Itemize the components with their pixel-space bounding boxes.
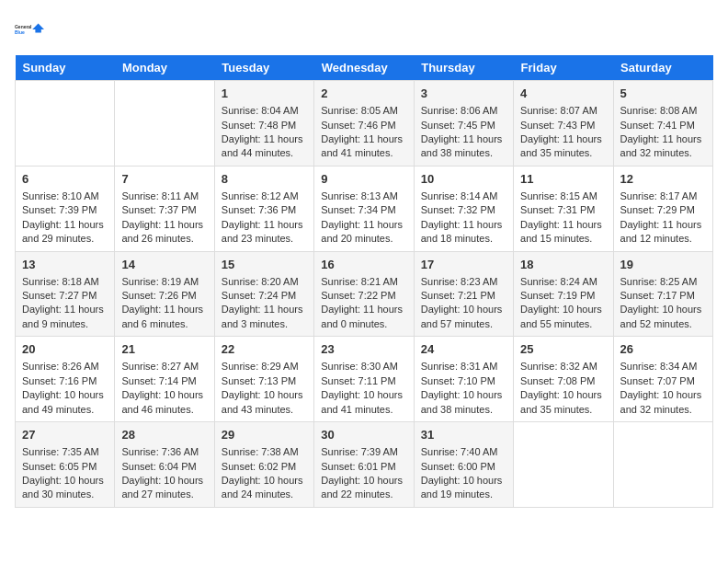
- week-row-4: 20Sunrise: 8:26 AMSunset: 7:16 PMDayligh…: [16, 337, 713, 422]
- sunset-text: Sunset: 6:01 PM: [321, 460, 406, 474]
- sunrise-text: Sunrise: 8:18 AM: [22, 275, 108, 289]
- daylight-text: Daylight: 10 hours and 57 minutes.: [421, 303, 506, 331]
- calendar-cell: [115, 81, 214, 167]
- header-day-wednesday: Wednesday: [314, 55, 414, 81]
- calendar-cell: 26Sunrise: 8:34 AMSunset: 7:07 PMDayligh…: [613, 337, 712, 422]
- sunset-text: Sunset: 7:17 PM: [620, 289, 706, 303]
- calendar-cell: 16Sunrise: 8:21 AMSunset: 7:22 PMDayligh…: [314, 251, 414, 337]
- header-day-thursday: Thursday: [414, 55, 513, 81]
- sunrise-text: Sunrise: 8:10 AM: [22, 190, 108, 203]
- sunrise-text: Sunrise: 8:32 AM: [520, 360, 606, 373]
- sunset-text: Sunset: 7:13 PM: [222, 374, 307, 388]
- daylight-text: Daylight: 11 hours and 0 minutes.: [321, 303, 406, 331]
- sunset-text: Sunset: 7:31 PM: [520, 203, 606, 217]
- sunset-text: Sunset: 7:41 PM: [620, 119, 706, 132]
- calendar-cell: 13Sunrise: 8:18 AMSunset: 7:27 PMDayligh…: [16, 251, 115, 337]
- logo-icon: General Blue: [15, 15, 44, 44]
- day-number: 25: [520, 341, 606, 358]
- sunrise-text: Sunrise: 8:17 AM: [620, 190, 706, 203]
- day-number: 7: [121, 171, 207, 188]
- week-row-3: 13Sunrise: 8:18 AMSunset: 7:27 PMDayligh…: [16, 251, 713, 337]
- day-number: 5: [620, 86, 706, 102]
- sunrise-text: Sunrise: 8:30 AM: [321, 360, 406, 373]
- sunset-text: Sunset: 7:39 PM: [22, 203, 108, 217]
- sunset-text: Sunset: 7:45 PM: [421, 119, 506, 132]
- sunrise-text: Sunrise: 8:23 AM: [421, 275, 506, 289]
- sunrise-text: Sunrise: 8:15 AM: [520, 190, 606, 203]
- daylight-text: Daylight: 10 hours and 43 minutes.: [222, 388, 307, 417]
- day-number: 15: [222, 257, 307, 273]
- header-row: SundayMondayTuesdayWednesdayThursdayFrid…: [16, 55, 713, 81]
- sunrise-text: Sunrise: 8:29 AM: [222, 360, 307, 373]
- header-day-friday: Friday: [514, 55, 613, 81]
- svg-marker-2: [32, 24, 44, 33]
- sunrise-text: Sunrise: 8:24 AM: [520, 275, 606, 289]
- sunset-text: Sunset: 7:26 PM: [121, 289, 207, 303]
- calendar-cell: 2Sunrise: 8:05 AMSunset: 7:46 PMDaylight…: [314, 81, 414, 167]
- calendar-table: SundayMondayTuesdayWednesdayThursdayFrid…: [15, 55, 713, 508]
- sunset-text: Sunset: 6:00 PM: [421, 460, 506, 474]
- daylight-text: Daylight: 11 hours and 26 minutes.: [121, 218, 207, 247]
- day-number: 20: [22, 341, 108, 358]
- sunrise-text: Sunrise: 7:36 AM: [121, 445, 207, 459]
- daylight-text: Daylight: 11 hours and 23 minutes.: [222, 218, 307, 247]
- calendar-cell: 3Sunrise: 8:06 AMSunset: 7:45 PMDaylight…: [414, 81, 513, 167]
- day-number: 16: [321, 257, 406, 273]
- calendar-cell: 4Sunrise: 8:07 AMSunset: 7:43 PMDaylight…: [514, 81, 613, 167]
- daylight-text: Daylight: 10 hours and 22 minutes.: [321, 474, 406, 502]
- daylight-text: Daylight: 11 hours and 6 minutes.: [121, 303, 207, 331]
- sunrise-text: Sunrise: 8:31 AM: [421, 360, 506, 373]
- daylight-text: Daylight: 11 hours and 3 minutes.: [222, 303, 307, 331]
- calendar-cell: 15Sunrise: 8:20 AMSunset: 7:24 PMDayligh…: [214, 251, 313, 337]
- day-number: 1: [222, 86, 307, 102]
- day-number: 17: [421, 257, 506, 273]
- calendar-cell: 8Sunrise: 8:12 AMSunset: 7:36 PMDaylight…: [214, 166, 313, 251]
- sunrise-text: Sunrise: 8:26 AM: [22, 360, 108, 373]
- calendar-cell: 5Sunrise: 8:08 AMSunset: 7:41 PMDaylight…: [613, 81, 712, 167]
- sunrise-text: Sunrise: 8:19 AM: [121, 275, 207, 289]
- sunset-text: Sunset: 7:27 PM: [22, 289, 108, 303]
- daylight-text: Daylight: 11 hours and 29 minutes.: [22, 218, 108, 247]
- day-number: 11: [520, 171, 606, 188]
- calendar-cell: 23Sunrise: 8:30 AMSunset: 7:11 PMDayligh…: [314, 337, 414, 422]
- sunset-text: Sunset: 7:16 PM: [22, 374, 108, 388]
- daylight-text: Daylight: 11 hours and 12 minutes.: [620, 218, 706, 247]
- calendar-cell: 22Sunrise: 8:29 AMSunset: 7:13 PMDayligh…: [214, 337, 313, 422]
- calendar-cell: 1Sunrise: 8:04 AMSunset: 7:48 PMDaylight…: [214, 81, 313, 167]
- sunset-text: Sunset: 7:32 PM: [421, 203, 506, 217]
- calendar-cell: 31Sunrise: 7:40 AMSunset: 6:00 PMDayligh…: [414, 422, 513, 508]
- day-number: 4: [520, 86, 606, 102]
- daylight-text: Daylight: 11 hours and 41 minutes.: [321, 132, 406, 161]
- week-row-2: 6Sunrise: 8:10 AMSunset: 7:39 PMDaylight…: [16, 166, 713, 251]
- sunset-text: Sunset: 7:14 PM: [121, 374, 207, 388]
- calendar-cell: [16, 81, 115, 167]
- sunrise-text: Sunrise: 8:25 AM: [620, 275, 706, 289]
- day-number: 26: [620, 341, 706, 358]
- daylight-text: Daylight: 10 hours and 55 minutes.: [520, 303, 606, 331]
- page-header: General Blue: [15, 15, 713, 44]
- daylight-text: Daylight: 11 hours and 32 minutes.: [620, 132, 706, 161]
- day-number: 22: [222, 341, 307, 358]
- sunset-text: Sunset: 6:05 PM: [22, 460, 108, 474]
- sunrise-text: Sunrise: 7:40 AM: [421, 445, 506, 459]
- calendar-cell: 18Sunrise: 8:24 AMSunset: 7:19 PMDayligh…: [514, 251, 613, 337]
- sunrise-text: Sunrise: 8:21 AM: [321, 275, 406, 289]
- day-number: 27: [22, 427, 108, 443]
- sunset-text: Sunset: 7:08 PM: [520, 374, 606, 388]
- day-number: 10: [421, 171, 506, 188]
- daylight-text: Daylight: 11 hours and 35 minutes.: [520, 132, 606, 161]
- sunrise-text: Sunrise: 7:38 AM: [222, 445, 307, 459]
- header-day-saturday: Saturday: [613, 55, 712, 81]
- sunrise-text: Sunrise: 8:06 AM: [421, 104, 506, 118]
- day-number: 30: [321, 427, 406, 443]
- day-number: 23: [321, 341, 406, 358]
- sunrise-text: Sunrise: 7:35 AM: [22, 445, 108, 459]
- day-number: 8: [222, 171, 307, 188]
- sunrise-text: Sunrise: 8:13 AM: [321, 190, 406, 203]
- calendar-cell: 17Sunrise: 8:23 AMSunset: 7:21 PMDayligh…: [414, 251, 513, 337]
- sunset-text: Sunset: 7:19 PM: [520, 289, 606, 303]
- week-row-1: 1Sunrise: 8:04 AMSunset: 7:48 PMDaylight…: [16, 81, 713, 167]
- calendar-cell: 24Sunrise: 8:31 AMSunset: 7:10 PMDayligh…: [414, 337, 513, 422]
- calendar-cell: 28Sunrise: 7:36 AMSunset: 6:04 PMDayligh…: [115, 422, 214, 508]
- sunrise-text: Sunrise: 8:12 AM: [222, 190, 307, 203]
